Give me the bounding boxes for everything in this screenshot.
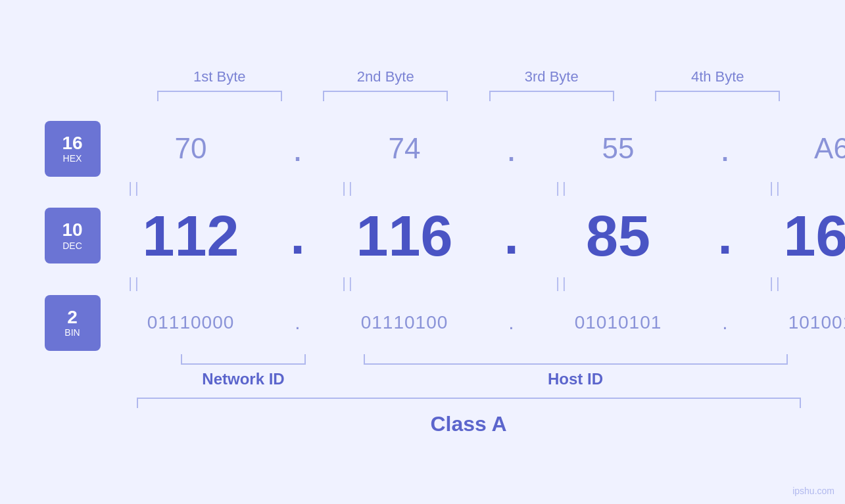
- hex-dot-3: .: [709, 130, 742, 167]
- hex-data-row: 70 . 74 . 55 . A6: [101, 121, 846, 177]
- eq1-dot-1: [226, 179, 258, 196]
- bin-cell-4: 10100110: [742, 312, 846, 333]
- dec-dot-3: .: [709, 210, 742, 262]
- class-label: Class A: [137, 412, 801, 436]
- top-bracket-2: [302, 91, 469, 101]
- byte-label-3: 3rd Byte: [469, 68, 635, 85]
- host-id-bracket: [364, 354, 788, 365]
- dec-value-1: 112: [143, 203, 239, 268]
- dec-badge-label: DEC: [62, 241, 82, 251]
- bin-value-4: 10100110: [788, 312, 845, 332]
- hex-dot-2: .: [495, 130, 528, 167]
- class-bracket: [137, 398, 801, 408]
- bin-badge-wrapper: 2 BIN: [45, 295, 101, 351]
- bottom-brackets-row: [137, 354, 801, 365]
- hex-badge-wrapper: 16 HEX: [45, 121, 101, 177]
- hex-badge-num: 16: [62, 133, 82, 154]
- eq1-cell-3: ||: [472, 179, 653, 196]
- dec-data-row: 112 . 116 . 85 . 166: [101, 200, 846, 272]
- top-bracket-4: [635, 91, 801, 101]
- bin-badge-label: BIN: [64, 327, 80, 338]
- eq2-cell-1: ||: [45, 275, 226, 292]
- top-bracket-line-3: [489, 91, 614, 101]
- eq2-cell-4: ||: [686, 275, 846, 292]
- top-bracket-1: [137, 91, 303, 101]
- equals-row-2: || || || ||: [45, 272, 801, 295]
- dec-cell-4: 166: [742, 207, 846, 265]
- dec-value-2: 116: [356, 203, 453, 268]
- id-labels-row: Network ID Host ID: [137, 370, 801, 388]
- eq2-cell-3: ||: [472, 275, 653, 292]
- top-bracket-3: [469, 91, 635, 101]
- hex-badge: 16 HEX: [45, 121, 101, 177]
- eq2-cell-2: ||: [258, 275, 439, 292]
- eq1-dot-3: [653, 179, 686, 196]
- bin-cell-3: 01010101: [528, 312, 709, 333]
- top-bracket-line-2: [323, 91, 448, 101]
- bin-badge: 2 BIN: [45, 295, 101, 351]
- equals-row-1: || || || ||: [45, 177, 801, 200]
- byte-label-1: 1st Byte: [137, 68, 303, 85]
- bin-value-2: 01110100: [361, 312, 448, 332]
- hex-row: 16 HEX 70 . 74 . 55 . A6: [45, 121, 801, 177]
- dec-badge: 10 DEC: [45, 208, 101, 263]
- dec-badge-wrapper: 10 DEC: [45, 208, 101, 263]
- hex-cell-1: 70: [101, 132, 281, 165]
- network-id-bracket-wrapper: [137, 354, 350, 365]
- hex-cell-2: 74: [314, 132, 495, 165]
- bin-badge-num: 2: [67, 308, 78, 328]
- bin-data-row: 01110000 . 01110100 . 01010101 . 1010011…: [101, 295, 846, 351]
- eq1-dot-2: [439, 179, 472, 196]
- top-bracket-line-4: [655, 91, 780, 101]
- top-brackets-row: [137, 91, 801, 101]
- dec-row: 10 DEC 112 . 116 . 85 . 166: [45, 200, 801, 272]
- host-id-label: Host ID: [350, 370, 801, 388]
- byte-label-2: 2nd Byte: [302, 68, 469, 85]
- dec-dot-1: .: [281, 210, 314, 262]
- network-id-bracket: [181, 354, 306, 365]
- host-id-bracket-wrapper: [350, 354, 801, 365]
- bin-cell-2: 01110100: [314, 312, 495, 333]
- hex-value-2: 74: [389, 132, 421, 164]
- bin-value-3: 01010101: [575, 312, 662, 332]
- eq1-cell-4: ||: [686, 179, 846, 196]
- hex-value-4: A6: [814, 132, 845, 164]
- top-bracket-line-1: [157, 91, 282, 101]
- dec-cell-1: 112: [101, 207, 281, 265]
- hex-cell-3: 55: [528, 132, 709, 165]
- hex-cell-4: A6: [742, 132, 846, 165]
- dec-cell-3: 85: [528, 207, 709, 265]
- bin-cell-1: 01110000: [101, 312, 281, 333]
- watermark: ipshu.com: [792, 486, 834, 496]
- hex-badge-label: HEX: [63, 153, 82, 164]
- dec-value-4: 166: [784, 203, 845, 268]
- eq2-dot-1: [226, 275, 258, 292]
- hex-dot-1: .: [281, 130, 314, 167]
- eq1-cell-2: ||: [258, 179, 439, 196]
- class-section: Class A: [137, 398, 801, 436]
- network-id-label: Network ID: [137, 370, 350, 388]
- bin-row: 2 BIN 01110000 . 01110100 . 01010101 . 1: [45, 295, 801, 351]
- bin-dot-3: .: [709, 313, 742, 332]
- hex-value-3: 55: [602, 132, 635, 164]
- bin-value-1: 01110000: [147, 312, 235, 332]
- dec-badge-num: 10: [62, 220, 82, 241]
- dec-dot-2: .: [495, 210, 528, 262]
- dec-cell-2: 116: [314, 207, 495, 265]
- bin-dot-1: .: [281, 313, 314, 332]
- eq2-dot-2: [439, 275, 472, 292]
- hex-value-1: 70: [175, 132, 207, 164]
- byte-label-4: 4th Byte: [635, 68, 801, 85]
- dec-value-3: 85: [586, 203, 650, 268]
- bin-dot-2: .: [495, 313, 528, 332]
- eq2-dot-3: [653, 275, 686, 292]
- eq1-cell-1: ||: [45, 179, 226, 196]
- byte-labels-row: 1st Byte 2nd Byte 3rd Byte 4th Byte: [137, 68, 801, 85]
